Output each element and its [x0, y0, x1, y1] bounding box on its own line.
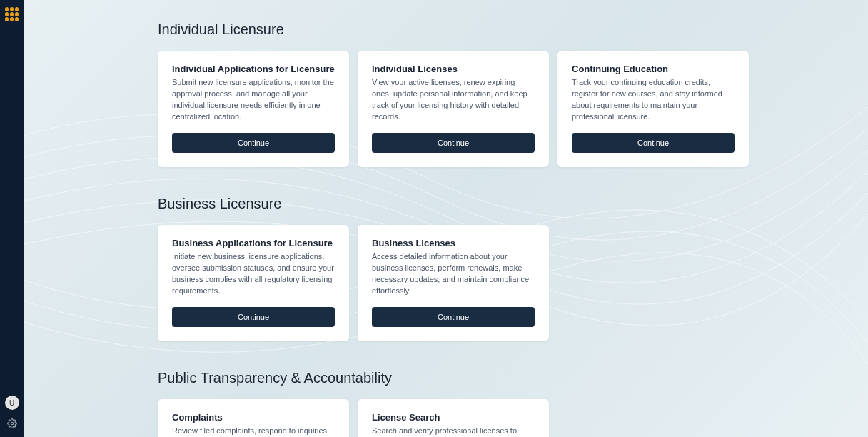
section-title: Business Licensure	[158, 196, 868, 212]
section-business-licensure: Business Licensure Business Applications…	[158, 196, 868, 341]
logo-icon[interactable]	[5, 7, 19, 21]
card-description: Access detailed information about your b…	[372, 251, 535, 297]
continue-button[interactable]: Continue	[372, 307, 535, 327]
card-title: Business Licenses	[372, 238, 535, 248]
card-description: Search and verify professional licenses …	[372, 426, 535, 438]
card-description: Initiate new business licensure applicat…	[172, 251, 335, 297]
card-title: Individual Licenses	[372, 64, 535, 74]
card-license-search: License Search Search and verify profess…	[358, 399, 549, 438]
card-business-applications: Business Applications for Licensure Init…	[158, 225, 349, 341]
card-description: Review filed complaints, respond to inqu…	[172, 426, 335, 438]
card-title: Business Applications for Licensure	[172, 238, 335, 248]
card-title: Continuing Education	[572, 64, 735, 74]
card-individual-licenses: Individual Licenses View your active lic…	[358, 51, 549, 167]
card-description: Track your continuing education credits,…	[572, 77, 735, 123]
continue-button[interactable]: Continue	[572, 133, 735, 153]
card-complaints: Complaints Review filed complaints, resp…	[158, 399, 349, 438]
svg-point-0	[11, 422, 14, 425]
card-continuing-education: Continuing Education Track your continui…	[557, 51, 749, 167]
sidebar: U	[0, 0, 24, 437]
continue-button[interactable]: Continue	[172, 307, 335, 327]
section-public-transparency: Public Transparency & Accountability Com…	[158, 370, 868, 438]
avatar[interactable]: U	[5, 396, 19, 410]
section-title: Individual Licensure	[158, 21, 868, 38]
section-title: Public Transparency & Accountability	[158, 370, 868, 386]
continue-button[interactable]: Continue	[172, 133, 335, 153]
card-description: Submit new licensure applications, monit…	[172, 77, 335, 123]
continue-button[interactable]: Continue	[372, 133, 535, 153]
card-individual-applications: Individual Applications for Licensure Su…	[158, 51, 349, 167]
card-title: Individual Applications for Licensure	[172, 64, 335, 74]
card-description: View your active licenses, renew expirin…	[372, 77, 535, 123]
card-business-licenses: Business Licenses Access detailed inform…	[358, 225, 549, 341]
card-title: License Search	[372, 412, 535, 423]
card-title: Complaints	[172, 412, 335, 423]
section-individual-licensure: Individual Licensure Individual Applicat…	[158, 21, 868, 167]
gear-icon[interactable]	[7, 418, 17, 428]
main-content: Individual Licensure Individual Applicat…	[24, 0, 868, 437]
